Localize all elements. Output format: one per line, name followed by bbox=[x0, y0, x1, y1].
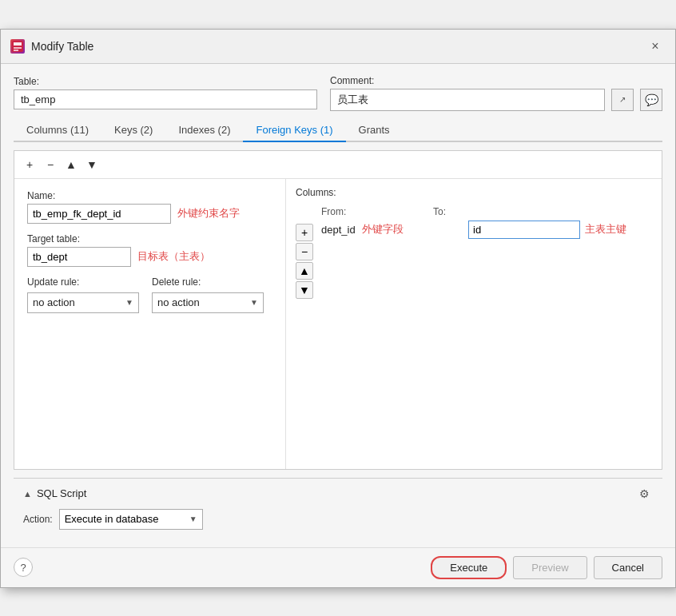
from-header: From: bbox=[318, 205, 430, 219]
target-annotation: 目标表（主表） bbox=[137, 249, 210, 264]
rules-row: Update rule: no action ▼ Delete rule: no… bbox=[27, 276, 272, 313]
modify-table-dialog: Modify Table × Table: Comment: ↗ 💬 Colum… bbox=[0, 29, 676, 588]
table-field-group: Table: bbox=[14, 76, 317, 109]
name-field-group: Name: 外键约束名字 bbox=[27, 190, 272, 224]
content-area: Name: 外键约束名字 Target table: 目标表（主表） bbox=[14, 179, 662, 469]
update-rule-value: no action bbox=[33, 296, 75, 308]
fk-target-input[interactable] bbox=[27, 247, 131, 267]
preview-button[interactable]: Preview bbox=[513, 556, 587, 579]
update-rule-select[interactable]: no action ▼ bbox=[27, 292, 139, 313]
move-up-column-button[interactable]: ▲ bbox=[296, 262, 313, 280]
target-field-group: Target table: 目标表（主表） bbox=[27, 233, 272, 267]
right-panel: Columns: + − ▲ ▼ From: bbox=[286, 179, 662, 469]
comment-field-group: Comment: ↗ 💬 bbox=[330, 75, 662, 111]
add-column-button[interactable]: + bbox=[296, 224, 313, 241]
svg-rect-3 bbox=[14, 50, 18, 51]
action-select[interactable]: Execute in database ▼ bbox=[59, 509, 203, 530]
dialog-title: Modify Table bbox=[31, 40, 93, 53]
tab-columns[interactable]: Columns (11) bbox=[14, 119, 101, 142]
comment-expand-button[interactable]: ↗ bbox=[611, 89, 634, 111]
target-label: Target table: bbox=[27, 233, 272, 244]
columns-table: From: To: dept_id 外键字段 bbox=[318, 205, 652, 299]
help-button[interactable]: ? bbox=[14, 558, 33, 577]
fk-toolbar: + − ▲ ▼ bbox=[14, 151, 662, 179]
sql-title: SQL Script bbox=[37, 487, 86, 499]
update-rule-label: Update rule: bbox=[27, 276, 139, 288]
delete-rule-group: Delete rule: no action ▼ bbox=[152, 276, 264, 313]
fk-name-input[interactable] bbox=[27, 204, 171, 224]
delete-rule-label: Delete rule: bbox=[152, 276, 264, 288]
name-annotation: 外键约束名字 bbox=[177, 206, 240, 221]
app-icon bbox=[10, 39, 25, 54]
name-label: Name: bbox=[27, 190, 272, 201]
move-down-column-button[interactable]: ▼ bbox=[296, 281, 313, 299]
svg-rect-1 bbox=[14, 42, 22, 46]
from-value: dept_id bbox=[318, 222, 359, 237]
table-row: dept_id 外键字段 主表主键 bbox=[318, 221, 652, 239]
remove-fk-button[interactable]: − bbox=[42, 156, 59, 173]
target-row: 目标表（主表） bbox=[27, 247, 272, 267]
footer-buttons: Execute Preview Cancel bbox=[431, 556, 662, 579]
update-rule-group: Update rule: no action ▼ bbox=[27, 276, 139, 313]
left-panel: Name: 外键约束名字 Target table: 目标表（主表） bbox=[14, 179, 286, 469]
cancel-button[interactable]: Cancel bbox=[594, 556, 662, 579]
from-cell: dept_id 外键字段 bbox=[318, 222, 462, 237]
title-bar: Modify Table × bbox=[1, 30, 675, 64]
to-header: To: bbox=[430, 205, 542, 219]
from-annotation: 外键字段 bbox=[362, 222, 404, 236]
action-value: Execute in database bbox=[65, 513, 159, 525]
col-headers: From: To: bbox=[318, 205, 652, 219]
columns-side-tools: + − ▲ ▼ bbox=[296, 205, 313, 299]
tab-grants[interactable]: Grants bbox=[346, 119, 403, 142]
to-input[interactable] bbox=[468, 221, 580, 239]
move-up-fk-button[interactable]: ▲ bbox=[62, 156, 80, 173]
move-down-fk-button[interactable]: ▼ bbox=[83, 156, 101, 173]
svg-rect-2 bbox=[14, 47, 22, 49]
columns-label: Columns: bbox=[296, 187, 652, 198]
close-button[interactable]: × bbox=[645, 36, 666, 57]
name-row: 外键约束名字 bbox=[27, 204, 272, 224]
table-input[interactable] bbox=[14, 89, 317, 109]
sql-section: ▲ SQL Script ⚙ Action: Execute in databa… bbox=[14, 478, 662, 536]
table-label: Table: bbox=[14, 76, 317, 87]
sql-arrow: ▲ bbox=[23, 489, 32, 499]
delete-rule-value: no action bbox=[157, 296, 200, 308]
update-rule-arrow: ▼ bbox=[125, 298, 133, 307]
sql-action-row: Action: Execute in database ▼ bbox=[23, 509, 653, 530]
delete-rule-arrow: ▼ bbox=[250, 298, 258, 307]
action-label: Action: bbox=[23, 514, 53, 525]
col-rows: dept_id 外键字段 主表主键 bbox=[318, 221, 652, 239]
comment-extra-button[interactable]: 💬 bbox=[640, 89, 662, 111]
sql-title-row: ▲ SQL Script bbox=[23, 487, 86, 499]
main-content: + − ▲ ▼ Name: 外键约束名字 bbox=[14, 150, 662, 470]
execute-button[interactable]: Execute bbox=[431, 556, 507, 579]
sql-settings-button[interactable]: ⚙ bbox=[635, 485, 653, 503]
sql-header: ▲ SQL Script ⚙ bbox=[23, 485, 653, 503]
footer: ? Execute Preview Cancel bbox=[1, 547, 675, 587]
comment-input[interactable] bbox=[330, 89, 605, 111]
action-dropdown-arrow: ▼ bbox=[189, 515, 197, 523]
tabs: Columns (11) Keys (2) Indexes (2) Foreig… bbox=[14, 119, 662, 142]
delete-rule-select[interactable]: no action ▼ bbox=[152, 292, 264, 313]
dialog-body: Table: Comment: ↗ 💬 Columns (11) Keys (2… bbox=[1, 64, 675, 547]
tab-indexes[interactable]: Indexes (2) bbox=[165, 119, 243, 142]
comment-label: Comment: bbox=[330, 75, 662, 86]
to-annotation: 主表主键 bbox=[585, 222, 626, 236]
add-fk-button[interactable]: + bbox=[21, 156, 38, 173]
table-comment-row: Table: Comment: ↗ 💬 bbox=[14, 75, 662, 111]
tab-foreign-keys[interactable]: Foreign Keys (1) bbox=[243, 119, 345, 142]
comment-input-row: ↗ 💬 bbox=[330, 89, 662, 111]
columns-area: + − ▲ ▼ From: To: bbox=[296, 205, 652, 299]
remove-column-button[interactable]: − bbox=[296, 243, 313, 260]
tab-keys[interactable]: Keys (2) bbox=[101, 119, 165, 142]
